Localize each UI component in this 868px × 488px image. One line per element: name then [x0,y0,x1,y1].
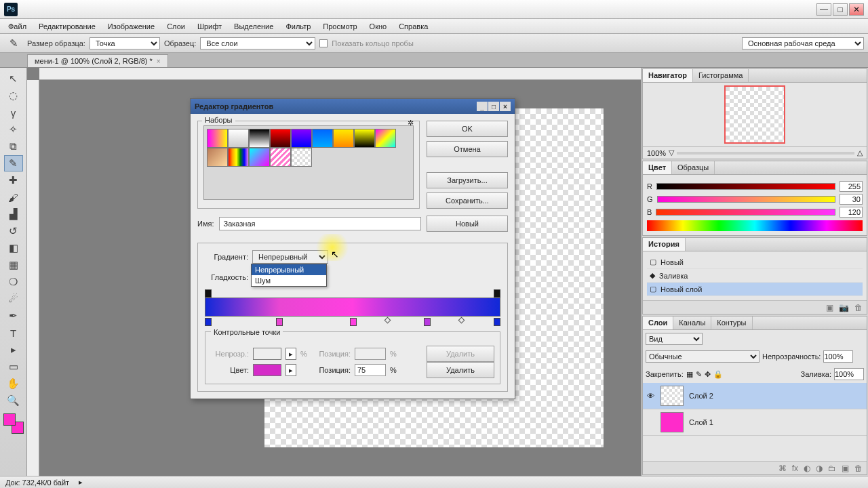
group-icon[interactable]: 🗀 [828,464,836,473]
fill-input[interactable] [834,368,864,380]
r-slider[interactable] [656,183,835,190]
lock-move-icon[interactable]: ✥ [705,370,711,379]
history-item[interactable]: ▢Новый [647,256,863,269]
eyedropper-tool[interactable]: ✎ [4,155,23,171]
gradient-swatch[interactable] [207,129,228,148]
opacity-stop[interactable] [205,289,212,298]
eraser-tool[interactable]: ◧ [4,240,23,256]
layer-name[interactable]: Слой 1 [689,418,713,426]
hand-tool[interactable]: ✋ [4,375,23,392]
history-item[interactable]: ▢Новый слой [647,283,863,296]
document-tab[interactable]: мени-1 @ 100% (Слой 2, RGB/8) * × [27,54,168,67]
lock-all-icon[interactable]: 🔒 [713,370,723,379]
dropdown-option-noise[interactable]: Шум [252,275,326,286]
path-select-tool[interactable]: ▸ [4,342,23,358]
show-ring-checkbox[interactable] [319,39,328,47]
ok-button[interactable]: OK [427,121,508,137]
zoom-in-icon[interactable]: △ [857,148,863,157]
new-snapshot-icon[interactable]: ▣ [826,303,833,312]
tab-layers[interactable]: Слои [643,317,673,329]
gradient-swatch[interactable] [312,129,333,148]
menu-image[interactable]: Изображение [102,20,160,33]
sample-source-select[interactable]: Все слои [200,37,315,49]
layer-row[interactable]: Слой 1 [643,409,867,436]
trash-icon[interactable]: 🗑 [854,464,863,473]
wand-tool[interactable]: ✧ [4,121,23,138]
sample-size-select[interactable]: Точка [90,37,160,49]
maximize-button[interactable]: □ [833,3,848,16]
menu-view[interactable]: Просмотр [317,20,362,33]
opacity-stop[interactable] [494,289,500,298]
menu-layers[interactable]: Слои [161,20,191,33]
gradient-swatch[interactable] [270,129,291,148]
minimize-button[interactable]: — [816,3,831,16]
layer-thumbnail[interactable] [660,386,684,406]
close-button[interactable]: ✕ [849,3,864,16]
shape-tool[interactable]: ▭ [4,359,23,375]
trash-icon[interactable]: 🗑 [854,303,863,312]
layer-kind-select[interactable]: Вид [646,333,703,345]
dialog-titlebar[interactable]: Редактор градиентов _ □ × [191,99,515,114]
gradient-swatch[interactable] [207,148,228,167]
link-icon[interactable]: ⌘ [778,464,787,473]
midpoint-handle[interactable] [384,317,391,324]
adjustment-icon[interactable]: ◑ [816,464,823,473]
tab-histogram[interactable]: Гистограмма [693,69,749,82]
save-button[interactable]: Сохранить... [427,192,508,209]
color-stop[interactable] [276,318,283,326]
visibility-icon[interactable]: 👁 [646,392,655,400]
pen-tool[interactable]: ✒ [4,308,23,324]
menu-filter[interactable]: Фильтр [280,20,316,33]
lasso-tool[interactable]: γ [4,104,23,121]
opacity-input[interactable] [823,350,853,363]
color-position-input[interactable] [355,364,386,376]
layer-row[interactable]: 👁 Слой 2 [643,383,867,409]
navigator-thumbnail[interactable] [724,85,785,144]
color-swatches[interactable] [3,413,24,434]
heal-tool[interactable]: ✚ [4,172,23,188]
menu-edit[interactable]: Редактирование [33,20,101,33]
gradient-swatch[interactable] [270,148,291,167]
gradient-tool[interactable]: ▦ [4,257,23,273]
load-button[interactable]: Загрузить... [427,172,508,188]
blend-mode-select[interactable]: Обычные [646,350,760,363]
color-stop[interactable] [350,318,357,326]
gradient-swatch[interactable] [333,129,354,148]
gradient-swatch[interactable] [354,129,375,148]
tab-channels[interactable]: Каналы [673,317,711,329]
g-input[interactable] [840,194,863,205]
gradient-swatch[interactable] [228,129,249,148]
new-gradient-button[interactable]: Новый [427,216,508,232]
gradient-swatch[interactable] [291,148,312,167]
blur-tool[interactable]: ❍ [4,274,23,290]
history-item[interactable]: ◆Заливка [647,269,863,283]
gradient-swatch[interactable] [249,148,270,167]
menu-select[interactable]: Выделение [229,20,279,33]
fx-icon[interactable]: fx [792,464,798,473]
tab-swatches[interactable]: Образцы [672,161,715,174]
foreground-color-swatch[interactable] [3,413,16,426]
color-stop[interactable] [494,318,500,326]
g-slider[interactable] [657,196,835,203]
zoom-tool[interactable]: 🔍 [4,392,23,409]
tab-paths[interactable]: Контуры [711,317,752,329]
stamp-tool[interactable]: ▟ [4,206,23,222]
status-expand-icon[interactable]: ▸ [79,478,83,487]
delete-color-stop-button[interactable]: Удалить [427,362,494,378]
gradient-swatch[interactable] [249,129,270,148]
workspace-select[interactable]: Основная рабочая среда [742,37,864,49]
gradient-swatch[interactable] [375,129,396,148]
presets-grid[interactable] [203,125,414,200]
menu-help[interactable]: Справка [393,20,433,33]
type-tool[interactable]: T [4,325,23,341]
layer-name[interactable]: Слой 2 [689,392,713,400]
new-layer-icon[interactable]: ▣ [842,464,849,473]
dodge-tool[interactable]: ☄ [4,291,23,307]
b-input[interactable] [840,207,863,218]
move-tool[interactable]: ↖ [4,70,23,87]
close-tab-icon[interactable]: × [157,58,161,65]
lock-pixels-icon[interactable]: ▦ [686,370,693,379]
dialog-minimize-button[interactable]: _ [477,102,488,111]
color-spectrum[interactable] [647,220,863,231]
tab-navigator[interactable]: Навигатор [643,69,693,82]
